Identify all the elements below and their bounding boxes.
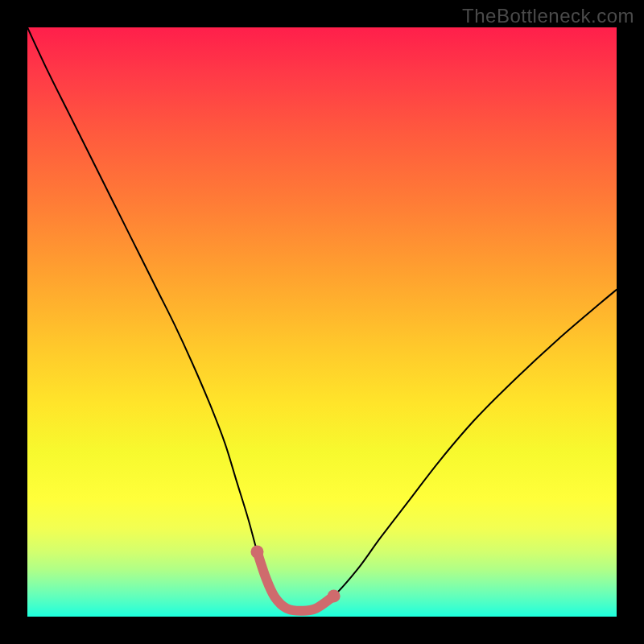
- valley-end-dot: [328, 589, 341, 602]
- bottleneck-curve: [27, 27, 617, 611]
- watermark-text: TheBottleneck.com: [462, 5, 634, 27]
- plot-area: [27, 27, 617, 617]
- valley-end-dot: [250, 545, 263, 558]
- chart-frame: TheBottleneck.com: [0, 0, 644, 644]
- valley-highlight: [257, 551, 333, 610]
- chart-svg: [27, 27, 617, 617]
